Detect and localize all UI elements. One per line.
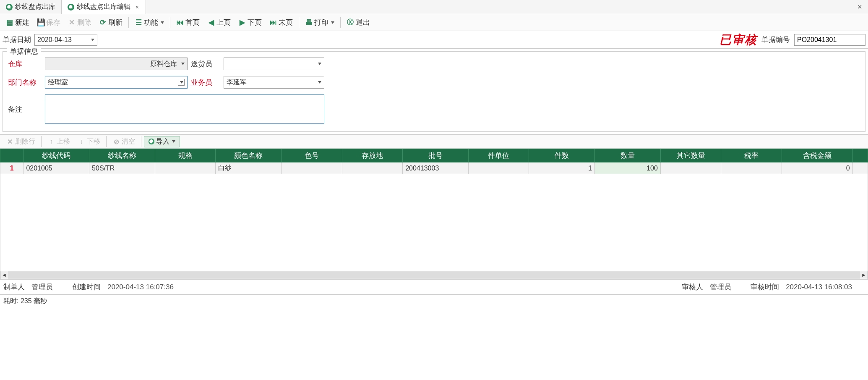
new-button[interactable]: ▤ 新建 bbox=[3, 16, 33, 29]
table-row[interactable]: 1 0201005 50S/TR 白纱 200413003 1 100 0 bbox=[0, 162, 868, 174]
close-all-button[interactable]: × bbox=[851, 0, 868, 14]
data-grid[interactable]: 纱线代码 纱线名称 规格 颜色名称 色号 存放地 批号 件单位 件数 数量 其它… bbox=[0, 149, 868, 174]
cell-pieces[interactable]: 1 bbox=[529, 162, 595, 174]
new-icon: ▤ bbox=[6, 19, 13, 26]
cell-batch[interactable]: 200413003 bbox=[403, 162, 469, 174]
prev-page-button[interactable]: ◀ 上页 bbox=[204, 16, 234, 29]
salesman-select[interactable]: 李延军 bbox=[224, 76, 324, 89]
panel-legend: 单据信息 bbox=[7, 47, 41, 56]
cell-yarn-code[interactable]: 0201005 bbox=[23, 162, 89, 174]
import-label: 导入 bbox=[156, 137, 169, 146]
audit-time-value: 2020-04-13 16:08:03 bbox=[786, 283, 852, 291]
deliverer-select[interactable] bbox=[224, 58, 324, 70]
col-color-name[interactable]: 颜色名称 bbox=[216, 149, 282, 162]
close-icon[interactable]: × bbox=[135, 4, 140, 10]
cell-color-name[interactable]: 白纱 bbox=[216, 162, 282, 174]
new-label: 新建 bbox=[15, 18, 29, 27]
refresh-button[interactable]: ⟳ 刷新 bbox=[96, 16, 126, 29]
delete-icon: ✕ bbox=[6, 138, 13, 145]
chevron-down-icon bbox=[91, 39, 94, 41]
audit-time-label: 审核时间 bbox=[751, 282, 779, 292]
delete-row-label: 删除行 bbox=[15, 137, 35, 146]
delete-button[interactable]: ✕ 删除 bbox=[65, 16, 95, 29]
warehouse-select[interactable]: 原料仓库 bbox=[45, 58, 188, 70]
col-color-no[interactable]: 色号 bbox=[282, 149, 342, 162]
col-pieces[interactable]: 件数 bbox=[529, 149, 595, 162]
clear-label: 清空 bbox=[122, 137, 135, 146]
date-value: 2020-04-13 bbox=[37, 36, 72, 44]
exit-button[interactable]: ⓧ 退出 bbox=[343, 16, 373, 29]
doc-info-panel: 单据信息 仓库 原料仓库 送货员 部门名称 经理室 业务员 李延军 备注 bbox=[3, 51, 865, 132]
create-time-label: 创建时间 bbox=[72, 282, 101, 292]
cell-spec[interactable] bbox=[155, 162, 216, 174]
scroll-right-icon[interactable]: ► bbox=[860, 272, 868, 278]
first-icon: ⏮ bbox=[176, 19, 184, 26]
dept-value: 经理室 bbox=[48, 78, 68, 87]
next-icon: ▶ bbox=[238, 19, 246, 26]
cell-tax-rate[interactable] bbox=[721, 162, 782, 174]
docno-field[interactable] bbox=[794, 34, 865, 46]
tab-yarn-check-out-edit[interactable]: 纱线盘点出库编辑 × bbox=[62, 0, 146, 14]
cell-overflow[interactable] bbox=[852, 162, 868, 174]
print-label: 打印 bbox=[314, 18, 328, 27]
separator bbox=[41, 136, 42, 147]
refresh-label: 刷新 bbox=[108, 18, 123, 27]
col-yarn-code[interactable]: 纱线代码 bbox=[23, 149, 89, 162]
auditor-label: 审核人 bbox=[682, 282, 703, 292]
create-time-value: 2020-04-13 16:07:36 bbox=[107, 283, 174, 291]
import-button[interactable]: 导入 bbox=[144, 136, 180, 147]
chevron-down-icon bbox=[331, 21, 334, 24]
creator-label: 制单人 bbox=[3, 282, 25, 292]
dept-label: 部门名称 bbox=[8, 78, 42, 87]
tab-yarn-check-out[interactable]: 纱线盘点出库 bbox=[0, 0, 62, 14]
move-down-button[interactable]: ↓ 下移 bbox=[74, 136, 104, 148]
col-rownum[interactable] bbox=[0, 149, 23, 162]
col-tax-amount[interactable]: 含税金额 bbox=[782, 149, 853, 162]
separator bbox=[141, 136, 141, 147]
move-up-button[interactable]: ↑ 上移 bbox=[44, 136, 73, 148]
next-page-button[interactable]: ▶ 下页 bbox=[235, 16, 265, 29]
grid-empty-area[interactable] bbox=[0, 174, 868, 271]
data-grid-container: 纱线代码 纱线名称 规格 颜色名称 色号 存放地 批号 件单位 件数 数量 其它… bbox=[0, 149, 868, 280]
scroll-track[interactable] bbox=[8, 271, 860, 279]
col-other-qty[interactable]: 其它数量 bbox=[660, 149, 721, 162]
col-spec[interactable]: 规格 bbox=[155, 149, 216, 162]
col-unit[interactable]: 件单位 bbox=[468, 149, 529, 162]
cell-location[interactable] bbox=[342, 162, 403, 174]
first-page-button[interactable]: ⏮ 首页 bbox=[173, 16, 203, 29]
col-yarn-name[interactable]: 纱线名称 bbox=[89, 149, 155, 162]
status-text: 耗时: 235 毫秒 bbox=[3, 297, 47, 306]
clear-button[interactable]: ⊘ 清空 bbox=[109, 136, 138, 148]
exit-icon: ⓧ bbox=[347, 19, 354, 26]
dept-select[interactable]: 经理室 bbox=[45, 76, 188, 89]
horizontal-scrollbar[interactable]: ◄ ► bbox=[0, 271, 868, 279]
cell-unit[interactable] bbox=[468, 162, 529, 174]
first-label: 首页 bbox=[185, 18, 200, 27]
cell-color-no[interactable] bbox=[282, 162, 342, 174]
delete-row-button[interactable]: ✕ 删除行 bbox=[3, 136, 39, 148]
grid-header-row: 纱线代码 纱线名称 规格 颜色名称 色号 存放地 批号 件单位 件数 数量 其它… bbox=[0, 149, 868, 162]
last-page-button[interactable]: ⏭ 末页 bbox=[266, 16, 296, 29]
save-label: 保存 bbox=[46, 18, 60, 27]
doc-header: 单据日期 2020-04-13 已审核 单据编号 bbox=[0, 31, 868, 49]
col-location[interactable]: 存放地 bbox=[342, 149, 403, 162]
cell-tax-amount[interactable]: 0 bbox=[782, 162, 853, 174]
remark-field[interactable] bbox=[45, 94, 324, 124]
date-picker[interactable]: 2020-04-13 bbox=[34, 34, 97, 46]
col-batch[interactable]: 批号 bbox=[403, 149, 469, 162]
cell-yarn-name[interactable]: 50S/TR bbox=[89, 162, 155, 174]
save-icon: 💾 bbox=[37, 19, 44, 26]
list-icon: ☰ bbox=[135, 19, 142, 26]
cell-qty[interactable]: 100 bbox=[595, 162, 661, 174]
globe-icon bbox=[68, 4, 74, 10]
save-button[interactable]: 💾 保存 bbox=[34, 16, 64, 29]
delete-icon: ✕ bbox=[68, 19, 76, 26]
col-tax-rate[interactable]: 税率 bbox=[721, 149, 782, 162]
col-qty[interactable]: 数量 bbox=[595, 149, 661, 162]
col-overflow[interactable] bbox=[852, 149, 868, 162]
function-button[interactable]: ☰ 功能 bbox=[131, 16, 167, 29]
scroll-left-icon[interactable]: ◄ bbox=[0, 272, 8, 278]
date-label: 单据日期 bbox=[3, 35, 31, 45]
cell-other-qty[interactable] bbox=[660, 162, 721, 174]
print-button[interactable]: 🖶 打印 bbox=[302, 16, 338, 29]
